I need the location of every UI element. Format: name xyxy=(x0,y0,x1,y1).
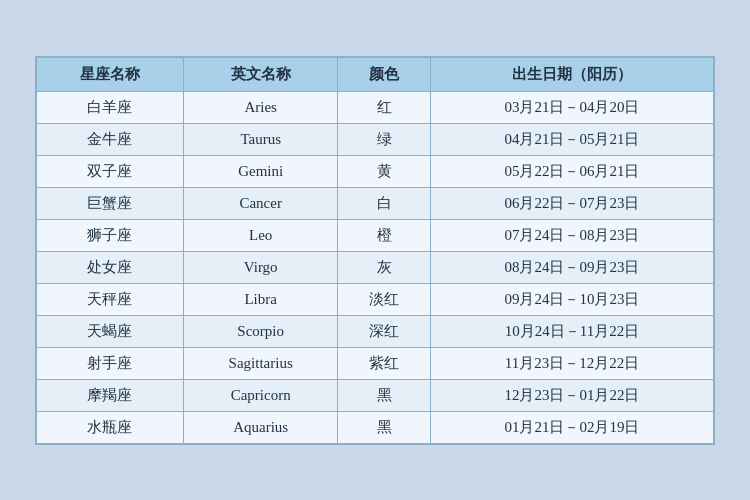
table-header-cell: 出生日期（阳历） xyxy=(430,57,713,91)
table-cell: Sagittarius xyxy=(183,347,338,379)
table-cell: 10月24日－11月22日 xyxy=(430,315,713,347)
table-row: 处女座Virgo灰08月24日－09月23日 xyxy=(37,251,714,283)
table-row: 巨蟹座Cancer白06月22日－07月23日 xyxy=(37,187,714,219)
table-cell: 摩羯座 xyxy=(37,379,184,411)
table-row: 白羊座Aries红03月21日－04月20日 xyxy=(37,91,714,123)
table-cell: 黄 xyxy=(338,155,431,187)
table-cell: 06月22日－07月23日 xyxy=(430,187,713,219)
table-cell: Cancer xyxy=(183,187,338,219)
table-cell: 橙 xyxy=(338,219,431,251)
table-cell: 01月21日－02月19日 xyxy=(430,411,713,443)
zodiac-table: 星座名称英文名称颜色出生日期（阳历） 白羊座Aries红03月21日－04月20… xyxy=(36,57,714,444)
table-row: 狮子座Leo橙07月24日－08月23日 xyxy=(37,219,714,251)
table-cell: 巨蟹座 xyxy=(37,187,184,219)
table-cell: Taurus xyxy=(183,123,338,155)
table-cell: 11月23日－12月22日 xyxy=(430,347,713,379)
table-cell: Aries xyxy=(183,91,338,123)
table-cell: 双子座 xyxy=(37,155,184,187)
table-cell: 03月21日－04月20日 xyxy=(430,91,713,123)
table-row: 水瓶座Aquarius黑01月21日－02月19日 xyxy=(37,411,714,443)
table-cell: 紫红 xyxy=(338,347,431,379)
table-cell: 09月24日－10月23日 xyxy=(430,283,713,315)
table-cell: 处女座 xyxy=(37,251,184,283)
table-cell: 07月24日－08月23日 xyxy=(430,219,713,251)
table-header-cell: 星座名称 xyxy=(37,57,184,91)
table-cell: 04月21日－05月21日 xyxy=(430,123,713,155)
table-header-cell: 英文名称 xyxy=(183,57,338,91)
table-cell: 红 xyxy=(338,91,431,123)
table-cell: 淡红 xyxy=(338,283,431,315)
table-cell: 天秤座 xyxy=(37,283,184,315)
table-cell: Virgo xyxy=(183,251,338,283)
table-cell: Aquarius xyxy=(183,411,338,443)
table-cell: 灰 xyxy=(338,251,431,283)
table-row: 双子座Gemini黄05月22日－06月21日 xyxy=(37,155,714,187)
table-cell: 绿 xyxy=(338,123,431,155)
table-cell: 08月24日－09月23日 xyxy=(430,251,713,283)
table-cell: 天蝎座 xyxy=(37,315,184,347)
table-row: 射手座Sagittarius紫红11月23日－12月22日 xyxy=(37,347,714,379)
zodiac-table-container: 星座名称英文名称颜色出生日期（阳历） 白羊座Aries红03月21日－04月20… xyxy=(35,56,715,445)
table-cell: 白羊座 xyxy=(37,91,184,123)
table-cell: 白 xyxy=(338,187,431,219)
table-cell: 水瓶座 xyxy=(37,411,184,443)
table-cell: 黑 xyxy=(338,379,431,411)
table-row: 天秤座Libra淡红09月24日－10月23日 xyxy=(37,283,714,315)
table-cell: 12月23日－01月22日 xyxy=(430,379,713,411)
table-row: 天蝎座Scorpio深红10月24日－11月22日 xyxy=(37,315,714,347)
table-header-row: 星座名称英文名称颜色出生日期（阳历） xyxy=(37,57,714,91)
table-cell: 狮子座 xyxy=(37,219,184,251)
table-header-cell: 颜色 xyxy=(338,57,431,91)
table-cell: Libra xyxy=(183,283,338,315)
table-cell: 黑 xyxy=(338,411,431,443)
table-cell: 05月22日－06月21日 xyxy=(430,155,713,187)
table-cell: Capricorn xyxy=(183,379,338,411)
table-cell: 深红 xyxy=(338,315,431,347)
table-row: 金牛座Taurus绿04月21日－05月21日 xyxy=(37,123,714,155)
table-row: 摩羯座Capricorn黑12月23日－01月22日 xyxy=(37,379,714,411)
table-cell: Scorpio xyxy=(183,315,338,347)
table-cell: Gemini xyxy=(183,155,338,187)
table-cell: 金牛座 xyxy=(37,123,184,155)
table-cell: Leo xyxy=(183,219,338,251)
table-cell: 射手座 xyxy=(37,347,184,379)
